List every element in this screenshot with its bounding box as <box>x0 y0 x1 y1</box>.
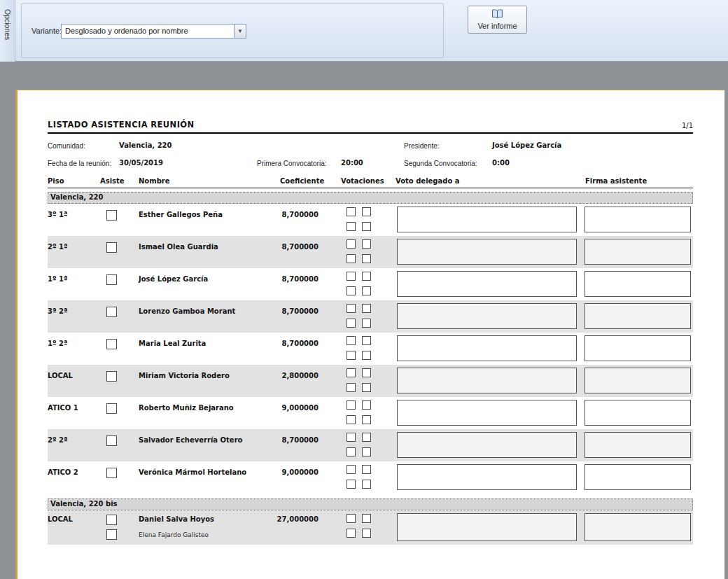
vote-checkbox <box>362 383 371 392</box>
owner-name: Lorenzo Gamboa Morant <box>139 307 235 315</box>
vote-checkbox <box>346 383 356 392</box>
attendance-row: 2º 2ªSalvador Echeverría Otero8,700000 <box>48 429 693 461</box>
owner-name: Miriam Victoria Rodero <box>139 372 230 379</box>
delegate-vote-box <box>397 239 577 265</box>
attendance-row: ATICO 1Roberto Muñiz Bejarano9,000000 <box>48 397 693 429</box>
dropdown-arrow-button[interactable]: ▼ <box>234 25 246 38</box>
owner-name: Verónica Mármol Hortelano <box>139 468 246 476</box>
group-header-band: Valencia, 220 bis <box>48 498 693 510</box>
vote-checkbox <box>362 433 371 442</box>
attendance-checkbox <box>106 242 117 253</box>
attendance-checkbox <box>106 529 117 540</box>
owner-name: José López García <box>139 275 208 283</box>
coefficient-value: 8,700000 <box>266 436 318 444</box>
options-tab-label: Opciones <box>4 9 12 40</box>
delegate-vote-box <box>397 271 577 297</box>
voting-checkbox-grid <box>346 336 371 360</box>
variant-panel: Variante: Desglosado y ordenado por nomb… <box>21 4 444 58</box>
owner-name: Ismael Olea Guardia <box>139 243 218 251</box>
vote-checkbox <box>362 415 371 424</box>
field-value: 30/05/2019 <box>119 159 163 167</box>
signature-box <box>584 207 691 232</box>
attendance-row: ATICO 2Verónica Mármol Hortelano9,000000 <box>48 461 693 494</box>
attendance-row: 3º 1ªEsther Gallegos Peña8,700000 <box>48 204 693 236</box>
vote-checkbox <box>362 222 371 231</box>
column-header-asiste: Asiste <box>100 177 125 185</box>
column-header-voto-delegado: Voto delegado a <box>396 177 460 185</box>
vote-checkbox <box>362 286 371 295</box>
delegate-vote-box <box>397 368 577 393</box>
vote-checkbox <box>346 415 356 424</box>
attendance-row: 1º 2ªMaria Leal Zurita8,700000 <box>48 333 693 365</box>
vote-checkbox <box>346 529 356 538</box>
vote-checkbox <box>362 207 371 216</box>
vote-checkbox <box>346 286 356 295</box>
header-field-row: Comunidad: Valencia, 220 Presidente: Jos… <box>48 139 693 156</box>
owner-name: Daniel Salva Hoyos <box>139 515 214 523</box>
view-report-button[interactable]: Ver informe <box>468 6 527 34</box>
vote-checkbox <box>346 351 356 360</box>
signature-box <box>584 432 691 458</box>
attendance-checkbox <box>106 371 117 382</box>
owner-name: Maria Leal Zurita <box>139 340 206 347</box>
options-side-tab[interactable]: Opciones <box>0 0 15 62</box>
voting-checkbox-grid <box>346 239 371 263</box>
coefficient-value: 8,700000 <box>266 275 318 283</box>
vote-checkbox <box>346 480 356 489</box>
vote-checkbox <box>362 465 371 474</box>
view-report-label: Ver informe <box>477 22 517 30</box>
coefficient-value: 8,700000 <box>266 340 318 347</box>
toolbar: Opciones Variante: Desglosado y ordenado… <box>0 0 728 62</box>
column-header-votaciones: Votaciones <box>341 177 384 185</box>
delegate-vote-box <box>397 207 577 232</box>
unit-label: ATICO 2 <box>48 468 78 476</box>
voting-checkbox-grid <box>346 433 371 456</box>
vote-checkbox <box>362 400 371 410</box>
vote-checkbox <box>362 529 371 538</box>
delegate-vote-box <box>397 335 577 361</box>
field-label: Segunda Convocatoria: <box>404 160 477 167</box>
signature-box <box>584 368 691 393</box>
field-label: Fecha de la reunión: <box>48 160 111 167</box>
coefficient-value: 2,800000 <box>266 372 318 379</box>
report-body: Valencia, 2203º 1ªEsther Gallegos Peña8,… <box>48 192 693 545</box>
unit-label: 2º 1ª <box>48 243 68 251</box>
vote-checkbox <box>346 304 356 313</box>
attendance-checkbox <box>106 210 117 221</box>
vote-checkbox <box>362 239 371 249</box>
variant-dropdown[interactable]: Desglosado y ordenado por nombre ▼ <box>61 24 246 39</box>
page-indicator: 1/1 <box>682 122 693 130</box>
attendance-checkbox <box>106 435 117 446</box>
chevron-down-icon: ▼ <box>237 29 243 34</box>
field-value: José López García <box>492 141 561 149</box>
vote-checkbox <box>346 239 356 249</box>
signature-box <box>584 464 691 490</box>
attendance-checkbox <box>106 468 117 478</box>
attendance-row: 2º 1ªIsmael Olea Guardia8,700000 <box>48 236 693 268</box>
report-content: LISTADO ASISTENCIA REUNIÓN 1/1 Comunidad… <box>48 90 693 545</box>
voting-checkbox-grid <box>346 272 371 295</box>
vote-checkbox <box>346 207 356 216</box>
variant-dropdown-value: Desglosado y ordenado por nombre <box>62 25 234 38</box>
attendance-checkbox <box>106 403 117 414</box>
vote-checkbox <box>362 447 371 456</box>
vote-checkbox <box>362 336 371 345</box>
signature-box <box>584 513 691 541</box>
vote-checkbox <box>346 400 356 410</box>
vote-checkbox <box>362 319 371 328</box>
title-divider <box>48 132 693 134</box>
attendance-row: 1º 1ªJosé López García8,700000 <box>48 268 693 300</box>
unit-label: ATICO 1 <box>48 404 78 412</box>
vote-checkbox <box>362 514 371 523</box>
report-page: LISTADO ASISTENCIA REUNIÓN 1/1 Comunidad… <box>15 90 724 579</box>
vote-checkbox <box>346 514 356 523</box>
column-header-coeficiente: Coeficiente <box>280 177 324 185</box>
delegate-vote-box <box>397 400 577 426</box>
signature-box <box>584 335 691 361</box>
vote-checkbox <box>346 433 356 442</box>
voting-checkbox-grid <box>346 514 371 538</box>
vote-checkbox <box>362 351 371 360</box>
field-label: Presidente: <box>404 142 440 150</box>
vote-checkbox <box>362 480 371 489</box>
report-preview-area: LISTADO ASISTENCIA REUNIÓN 1/1 Comunidad… <box>0 62 728 579</box>
